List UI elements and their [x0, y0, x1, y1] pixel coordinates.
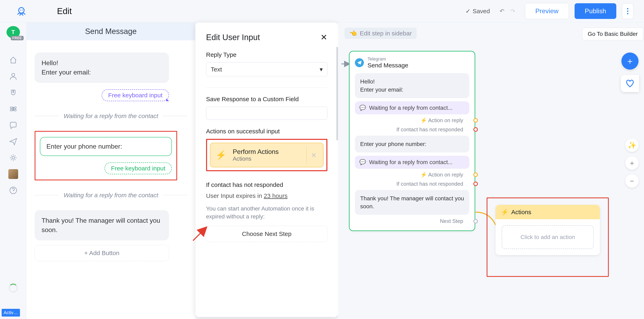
waiting-divider-1: Waiting for a reply from the contact	[34, 112, 187, 120]
magic-wand-icon[interactable]: ✨	[625, 138, 639, 152]
expire-value-link[interactable]: 23 hours	[264, 192, 288, 199]
contacts-icon[interactable]	[8, 71, 18, 82]
add-node-fab[interactable]: ＋	[622, 52, 638, 70]
choose-next-step-button[interactable]: Choose Next Step	[206, 226, 328, 242]
publish-button[interactable]: Publish	[574, 3, 616, 19]
connector-dot-yellow-2[interactable]	[474, 172, 478, 177]
bolt-icon: ⚡	[216, 150, 226, 160]
reply-icon: 💬	[359, 159, 366, 165]
zoom-out-button[interactable]: −	[625, 174, 639, 188]
flow-not-responded-2[interactable]: If contact has not responded	[355, 181, 469, 187]
flow-card-send-message[interactable]: Telegram Send Message Hello! Enter your …	[349, 51, 475, 231]
svg-point-0	[19, 8, 24, 13]
reply-type-label: Reply Type	[206, 51, 328, 58]
zoom-controls: ✨ ＋ −	[625, 138, 639, 188]
preview-button[interactable]: Preview	[525, 3, 569, 19]
message-bubble-1[interactable]: Hello! Enter your email:	[34, 52, 169, 83]
editor-column-body: Hello! Enter your email: Free keyboard i…	[26, 40, 195, 269]
topbar: Edit ✓ Saved ↶ ↷ Preview Publish	[0, 0, 644, 22]
phone-prompt-bubble[interactable]: Enter your phone number:	[40, 137, 172, 156]
fab-column: ＋	[621, 52, 639, 92]
left-nav-rail: T FREE Activ…	[0, 22, 26, 319]
flow-bubble-phone: Enter your phone number:	[355, 136, 469, 152]
home-icon[interactable]	[8, 55, 18, 65]
flow-not-responded-1[interactable]: If contact has not responded	[355, 126, 469, 133]
flow-action-reply-2[interactable]: ⚡Action on reply	[355, 172, 469, 178]
svg-point-10	[12, 156, 14, 159]
flow-bubble-thankyou: Thank you! The manager will contact you …	[355, 190, 469, 215]
saved-indicator: ✓ Saved	[466, 8, 490, 15]
saved-label: Saved	[472, 8, 490, 15]
edit-step-in-sidebar-button[interactable]: 👈 Edit step in sidebar	[344, 28, 416, 39]
editor-column-header: Send Message	[26, 22, 195, 40]
redo-icon[interactable]: ↷	[510, 8, 515, 14]
connector-dot-red-2[interactable]	[474, 182, 478, 186]
flow-action-reply-1[interactable]: ⚡Action on reply	[355, 117, 469, 124]
reply-type-select[interactable]: Text ▾	[206, 62, 328, 76]
chevron-down-icon: ▾	[320, 66, 323, 73]
undo-redo-group: ↶ ↷	[496, 8, 519, 14]
click-to-add-action[interactable]: Click to add an action	[502, 225, 594, 249]
add-button-row[interactable]: + Add Button	[34, 245, 169, 261]
close-icon[interactable]: ✕	[320, 32, 328, 42]
save-custom-field-input[interactable]	[206, 107, 328, 120]
favorite-fab[interactable]	[621, 75, 639, 92]
thumbnail-icon[interactable]	[8, 169, 18, 179]
not-responded-label: If contact has not responded	[206, 182, 328, 188]
flow-bubble-1: Hello! Enter your email:	[355, 73, 469, 98]
point-left-icon: 👈	[350, 30, 357, 37]
undo-icon[interactable]: ↶	[500, 8, 504, 14]
bolt-icon: ⚡	[501, 208, 508, 216]
atom-icon[interactable]	[8, 104, 18, 114]
message-bubble-thankyou[interactable]: Thank you! The manager will contact you …	[34, 210, 169, 240]
remove-action-icon[interactable]: ✕	[306, 147, 321, 163]
magnet-icon[interactable]	[8, 88, 18, 98]
zoom-in-button[interactable]: ＋	[625, 156, 639, 170]
go-to-basic-builder-button[interactable]: Go To Basic Builder	[582, 28, 643, 40]
plan-free-tag: FREE	[11, 36, 24, 40]
flow-card-header: Telegram Send Message	[355, 56, 469, 69]
free-keyboard-input-tag-green[interactable]: Free keyboard input	[104, 162, 172, 174]
editor-column: Send Message Hello! Enter your email: Fr…	[26, 22, 196, 319]
flow-waiting-2: 💬 Waiting for a reply from contact...	[355, 156, 469, 169]
account-initial: T	[12, 29, 15, 36]
bolt-icon: ⚡	[420, 172, 427, 178]
highlight-arrow-icon	[191, 224, 209, 243]
svg-point-5	[627, 13, 628, 14]
connector-dot-red[interactable]	[474, 127, 478, 132]
save-custom-label: Save Response to a Custom Field	[206, 96, 328, 102]
waiting-divider-2: Waiting for a reply from the contact	[34, 192, 187, 199]
send-icon[interactable]	[8, 136, 18, 146]
actions-success-label: Actions on successful input	[206, 128, 328, 135]
phone-prompt-highlight: Enter your phone number: Free keyboard i…	[34, 131, 177, 180]
connector-dot-yellow[interactable]	[474, 118, 478, 122]
edit-user-input-panel: Edit User Input ✕ Reply Type Text ▾ Save…	[196, 22, 338, 317]
perform-actions-card[interactable]: ⚡ Perform Actions Actions ✕	[210, 143, 324, 167]
panel-scrollbar[interactable]	[336, 47, 338, 140]
help-icon[interactable]	[8, 185, 18, 196]
flow-next-step[interactable]: Next Step	[355, 218, 469, 224]
svg-point-2	[22, 10, 22, 10]
account-avatar[interactable]: T FREE	[6, 26, 20, 38]
chat-icon[interactable]	[8, 120, 18, 130]
gear-icon[interactable]	[8, 153, 18, 163]
free-keyboard-input-tag-purple[interactable]: Free keyboard input	[102, 89, 169, 101]
svg-point-6	[12, 73, 15, 76]
actions-card-highlight: ⚡ Actions Click to add an action	[486, 198, 609, 277]
svg-line-12	[193, 228, 205, 240]
expire-row: User Input expires in 23 hours	[206, 192, 328, 199]
page-title: Edit	[57, 6, 72, 16]
actions-flow-card[interactable]: ⚡ Actions Click to add an action	[496, 205, 600, 255]
activation-badge[interactable]: Activ…	[2, 309, 20, 316]
bolt-icon: ⚡	[420, 117, 427, 123]
flow-canvas[interactable]: 👈 Edit step in sidebar Go To Basic Build…	[338, 22, 644, 319]
svg-point-9	[12, 108, 14, 110]
more-menu-button[interactable]	[622, 3, 634, 19]
octopus-logo-icon	[16, 6, 27, 17]
panel-title: Edit User Input	[206, 33, 260, 42]
actions-card-header: ⚡ Actions	[496, 205, 600, 219]
svg-point-3	[627, 8, 628, 9]
telegram-icon	[355, 58, 364, 67]
reply-icon: 💬	[359, 105, 366, 111]
expire-help-text: You can start another Automation once it…	[206, 204, 328, 220]
